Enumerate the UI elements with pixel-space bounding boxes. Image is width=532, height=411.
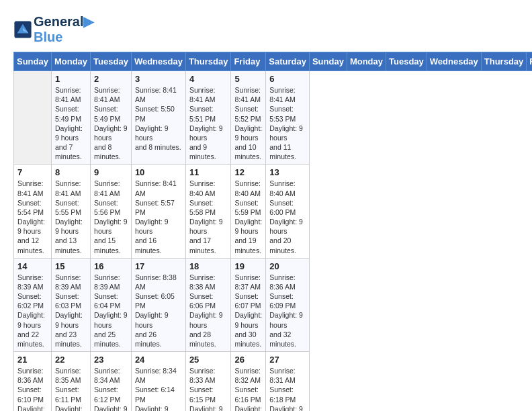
- day-number: 5: [234, 74, 262, 84]
- day-of-week-header: Monday: [51, 52, 90, 71]
- page-header: General▶ Blue: [13, 13, 519, 45]
- day-number: 26: [234, 355, 262, 365]
- day-info: Sunrise: 8:37 AMSunset: 6:07 PMDaylight:…: [234, 273, 262, 349]
- day-of-week-header: Sunday: [14, 52, 52, 71]
- weekday-header: Thursday: [481, 52, 527, 71]
- day-info: Sunrise: 8:40 AMSunset: 5:58 PMDaylight:…: [189, 179, 228, 255]
- calendar-cell: 12Sunrise: 8:40 AMSunset: 5:59 PMDayligh…: [231, 165, 266, 258]
- day-number: 25: [189, 355, 228, 365]
- calendar-cell: 25Sunrise: 8:33 AMSunset: 6:15 PMDayligh…: [185, 352, 231, 411]
- day-number: 9: [94, 167, 128, 177]
- calendar-cell: 6Sunrise: 8:41 AMSunset: 5:53 PMDaylight…: [266, 71, 310, 165]
- calendar-cell: 27Sunrise: 8:31 AMSunset: 6:18 PMDayligh…: [266, 352, 310, 411]
- calendar-cell: 21Sunrise: 8:36 AMSunset: 6:10 PMDayligh…: [14, 352, 52, 411]
- calendar-cell: 4Sunrise: 8:41 AMSunset: 5:51 PMDaylight…: [185, 71, 231, 165]
- day-number: 18: [189, 261, 228, 271]
- day-number: 14: [17, 261, 48, 271]
- day-info: Sunrise: 8:41 AMSunset: 5:52 PMDaylight:…: [234, 85, 262, 161]
- calendar-week-row: 14Sunrise: 8:39 AMSunset: 6:02 PMDayligh…: [14, 258, 533, 351]
- day-of-week-header: Wednesday: [131, 52, 185, 71]
- day-number: 20: [269, 261, 306, 271]
- calendar-cell: 8Sunrise: 8:41 AMSunset: 5:55 PMDaylight…: [51, 165, 90, 258]
- day-info: Sunrise: 8:36 AMSunset: 6:10 PMDaylight:…: [17, 366, 48, 411]
- day-number: 19: [234, 261, 262, 271]
- day-info: Sunrise: 8:41 AMSunset: 5:51 PMDaylight:…: [189, 85, 228, 161]
- day-info: Sunrise: 8:39 AMSunset: 6:04 PMDaylight:…: [94, 273, 128, 349]
- calendar-cell: 17Sunrise: 8:38 AMSunset: 6:05 PMDayligh…: [131, 258, 185, 351]
- day-info: Sunrise: 8:36 AMSunset: 6:09 PMDaylight:…: [269, 273, 306, 349]
- day-number: 8: [55, 167, 87, 177]
- calendar-cell: 16Sunrise: 8:39 AMSunset: 6:04 PMDayligh…: [91, 258, 132, 351]
- day-number: 3: [135, 74, 182, 84]
- calendar-cell: 10Sunrise: 8:41 AMSunset: 5:57 PMDayligh…: [131, 165, 185, 258]
- day-info: Sunrise: 8:31 AMSunset: 6:18 PMDaylight:…: [269, 366, 306, 411]
- calendar-cell: 2Sunrise: 8:41 AMSunset: 5:49 PMDaylight…: [91, 71, 132, 165]
- day-info: Sunrise: 8:40 AMSunset: 6:00 PMDaylight:…: [269, 179, 306, 255]
- weekday-header: Tuesday: [386, 52, 427, 71]
- day-info: Sunrise: 8:35 AMSunset: 6:11 PMDaylight:…: [55, 366, 87, 411]
- calendar-week-row: 7Sunrise: 8:41 AMSunset: 5:54 PMDaylight…: [14, 165, 533, 258]
- day-info: Sunrise: 8:41 AMSunset: 5:54 PMDaylight:…: [17, 179, 48, 255]
- calendar-cell: 15Sunrise: 8:39 AMSunset: 6:03 PMDayligh…: [51, 258, 90, 351]
- weekday-header: Friday: [527, 52, 532, 71]
- day-number: 12: [234, 167, 262, 177]
- day-info: Sunrise: 8:38 AMSunset: 6:05 PMDaylight:…: [135, 273, 182, 349]
- calendar-cell: 5Sunrise: 8:41 AMSunset: 5:52 PMDaylight…: [231, 71, 266, 165]
- day-number: 11: [189, 167, 228, 177]
- day-info: Sunrise: 8:40 AMSunset: 5:59 PMDaylight:…: [234, 179, 262, 255]
- day-info: Sunrise: 8:39 AMSunset: 6:02 PMDaylight:…: [17, 273, 48, 349]
- day-number: 15: [55, 261, 87, 271]
- calendar-cell: 7Sunrise: 8:41 AMSunset: 5:54 PMDaylight…: [14, 165, 52, 258]
- calendar-cell: 18Sunrise: 8:38 AMSunset: 6:06 PMDayligh…: [185, 258, 231, 351]
- day-number: 16: [94, 261, 128, 271]
- calendar-cell: 24Sunrise: 8:34 AMSunset: 6:14 PMDayligh…: [131, 352, 185, 411]
- day-number: 4: [189, 74, 228, 84]
- weekday-header: Sunday: [309, 52, 347, 71]
- calendar-table: SundayMondayTuesdayWednesdayThursdayFrid…: [13, 52, 532, 411]
- day-info: Sunrise: 8:41 AMSunset: 5:53 PMDaylight:…: [269, 85, 306, 161]
- day-info: Sunrise: 8:34 AMSunset: 6:12 PMDaylight:…: [94, 366, 128, 411]
- calendar-cell: 14Sunrise: 8:39 AMSunset: 6:02 PMDayligh…: [14, 258, 52, 351]
- day-info: Sunrise: 8:32 AMSunset: 6:16 PMDaylight:…: [234, 366, 262, 411]
- day-number: 21: [17, 355, 48, 365]
- day-info: Sunrise: 8:41 AMSunset: 5:57 PMDaylight:…: [135, 179, 182, 255]
- calendar-cell: 19Sunrise: 8:37 AMSunset: 6:07 PMDayligh…: [231, 258, 266, 351]
- calendar-cell: [14, 71, 52, 165]
- calendar-cell: 23Sunrise: 8:34 AMSunset: 6:12 PMDayligh…: [91, 352, 132, 411]
- day-number: 24: [135, 355, 182, 365]
- calendar-cell: 13Sunrise: 8:40 AMSunset: 6:00 PMDayligh…: [266, 165, 310, 258]
- day-number: 27: [269, 355, 306, 365]
- day-number: 7: [17, 167, 48, 177]
- day-number: 2: [94, 74, 128, 84]
- day-number: 6: [269, 74, 306, 84]
- day-of-week-header: Thursday: [185, 52, 231, 71]
- day-info: Sunrise: 8:39 AMSunset: 6:03 PMDaylight:…: [55, 273, 87, 349]
- day-number: 10: [135, 167, 182, 177]
- day-info: Sunrise: 8:33 AMSunset: 6:15 PMDaylight:…: [189, 366, 228, 411]
- logo: General▶ Blue: [13, 13, 93, 45]
- day-number: 22: [55, 355, 87, 365]
- day-of-week-header: Saturday: [266, 52, 310, 71]
- day-info: Sunrise: 8:41 AMSunset: 5:50 PMDaylight:…: [135, 85, 182, 152]
- day-number: 17: [135, 261, 182, 271]
- calendar-cell: 11Sunrise: 8:40 AMSunset: 5:58 PMDayligh…: [185, 165, 231, 258]
- calendar-header-row: SundayMondayTuesdayWednesdayThursdayFrid…: [14, 52, 533, 71]
- calendar-cell: 1Sunrise: 8:41 AMSunset: 5:49 PMDaylight…: [51, 71, 90, 165]
- calendar-week-row: 21Sunrise: 8:36 AMSunset: 6:10 PMDayligh…: [14, 352, 533, 411]
- day-of-week-header: Friday: [231, 52, 266, 71]
- calendar-cell: 22Sunrise: 8:35 AMSunset: 6:11 PMDayligh…: [51, 352, 90, 411]
- day-info: Sunrise: 8:41 AMSunset: 5:55 PMDaylight:…: [55, 179, 87, 255]
- calendar-cell: 3Sunrise: 8:41 AMSunset: 5:50 PMDaylight…: [131, 71, 185, 165]
- day-info: Sunrise: 8:41 AMSunset: 5:49 PMDaylight:…: [94, 85, 128, 161]
- logo-text: General▶ Blue: [34, 13, 93, 45]
- calendar-cell: 26Sunrise: 8:32 AMSunset: 6:16 PMDayligh…: [231, 352, 266, 411]
- day-number: 23: [94, 355, 128, 365]
- calendar-cell: 9Sunrise: 8:41 AMSunset: 5:56 PMDaylight…: [91, 165, 132, 258]
- logo-icon: [13, 20, 32, 39]
- day-number: 1: [55, 74, 87, 84]
- day-of-week-header: Tuesday: [91, 52, 132, 71]
- calendar-week-row: 1Sunrise: 8:41 AMSunset: 5:49 PMDaylight…: [14, 71, 533, 165]
- day-info: Sunrise: 8:34 AMSunset: 6:14 PMDaylight:…: [135, 366, 182, 411]
- weekday-header: Monday: [347, 52, 386, 71]
- weekday-header: Wednesday: [427, 52, 481, 71]
